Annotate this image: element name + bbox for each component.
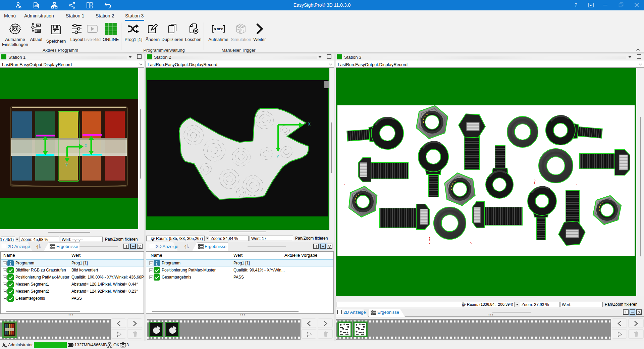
svg-text:?: ? bbox=[575, 2, 577, 8]
svg-text:ZIP: ZIP bbox=[35, 5, 37, 7]
svg-text:X: X bbox=[85, 143, 87, 148]
svg-text:X: X bbox=[308, 122, 311, 127]
svg-text:REC: REC bbox=[217, 28, 224, 31]
svg-text:Y: Y bbox=[276, 154, 279, 159]
svg-text:Y: Y bbox=[65, 163, 68, 167]
